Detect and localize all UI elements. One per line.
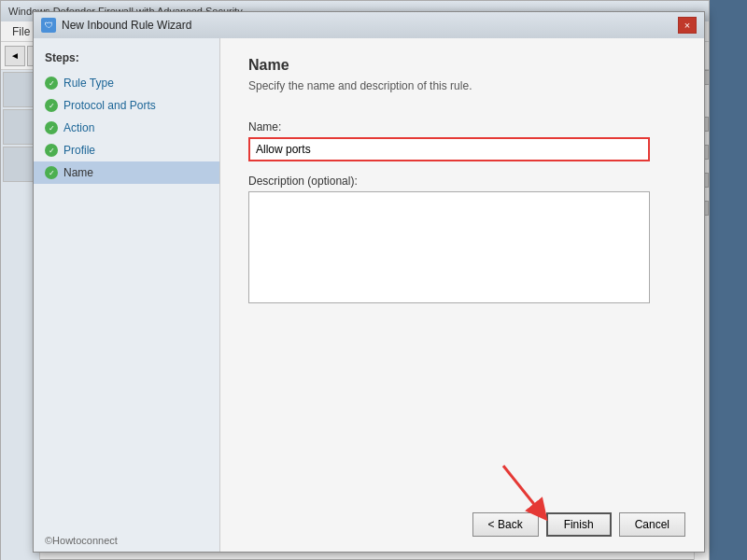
dialog-titlebar: 🛡 New Inbound Rule Wizard × [34, 12, 704, 38]
name-input[interactable] [248, 137, 650, 161]
steps-panel: Steps: Rule Type Protocol and Ports Acti… [34, 38, 220, 552]
name-form-group: Name: [248, 120, 676, 161]
copyright-text: ©Howtoconnect [45, 535, 118, 546]
steps-heading: Steps: [34, 48, 219, 72]
desc-form-group: Description (optional): [248, 175, 676, 306]
desc-label: Description (optional): [248, 175, 676, 188]
back-button[interactable]: < Back [472, 512, 539, 537]
dialog-icon: 🛡 [41, 18, 56, 33]
step-label-profile: Profile [63, 144, 95, 157]
step-label-rule-type: Rule Type [63, 77, 114, 90]
finish-button[interactable]: Finish [546, 512, 612, 537]
dialog-title-text: New Inbound Rule Wizard [62, 19, 191, 32]
step-name[interactable]: Name [34, 161, 219, 184]
step-action[interactable]: Action [34, 117, 219, 139]
step-label-name: Name [63, 166, 93, 179]
step-label-protocol-ports: Protocol and Ports [63, 99, 156, 112]
step-rule-type[interactable]: Rule Type [34, 72, 219, 94]
step-dot-name [45, 166, 58, 179]
step-dot-action [45, 121, 58, 134]
step-dot-rule-type [45, 77, 58, 90]
step-profile[interactable]: Profile [34, 139, 219, 161]
cancel-button[interactable]: Cancel [619, 512, 685, 537]
dialog-footer: < Back Finish Cancel [472, 512, 685, 537]
name-label: Name: [248, 120, 676, 133]
step-protocol-ports[interactable]: Protocol and Ports [34, 94, 219, 117]
desc-textarea[interactable] [248, 191, 650, 303]
dialog-body: Steps: Rule Type Protocol and Ports Acti… [34, 38, 704, 552]
step-label-action: Action [63, 121, 94, 134]
svg-line-1 [503, 466, 541, 512]
wizard-dialog: 🛡 New Inbound Rule Wizard × Steps: Rule … [33, 11, 705, 553]
close-button[interactable]: × [678, 17, 697, 34]
page-subtitle: Specify the name and description of this… [248, 79, 676, 92]
content-panel: Name Specify the name and description of… [220, 38, 704, 552]
back-toolbar-btn[interactable]: ◄ [5, 46, 25, 66]
dialog-title-left: 🛡 New Inbound Rule Wizard [41, 18, 191, 33]
step-dot-protocol-ports [45, 99, 58, 112]
page-title: Name [248, 57, 676, 74]
step-dot-profile [45, 144, 58, 157]
